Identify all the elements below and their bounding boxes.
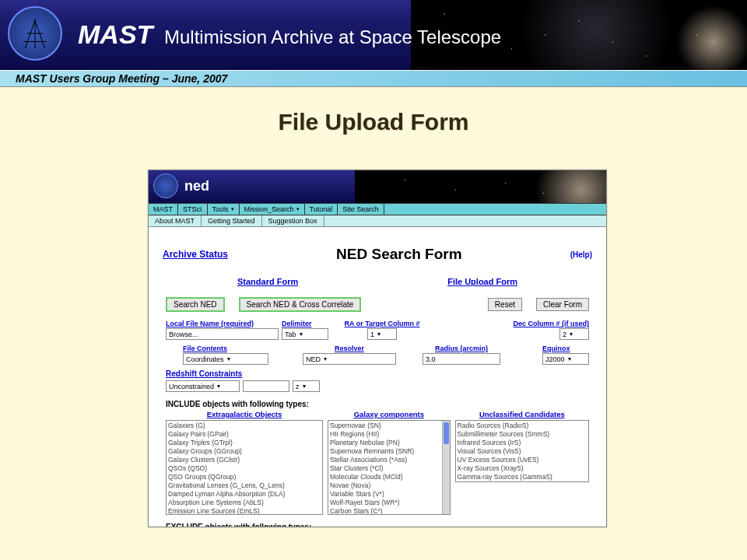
ra-col-label: RA or Target Column #: [344, 320, 419, 327]
redshift-unit-select[interactable]: z: [293, 380, 320, 392]
list-item[interactable]: Gravitational Lenses (G_Lens, Q_Lens): [168, 481, 321, 490]
local-file-input[interactable]: Browse...: [166, 328, 279, 340]
list-item[interactable]: Absorption Line Systems (AbLS): [168, 499, 321, 507]
list-item[interactable]: Supernova Remnants (SNR): [330, 447, 448, 456]
dec-col-select[interactable]: 2: [559, 328, 589, 340]
delimiter-select[interactable]: Tab: [282, 328, 328, 340]
list-item[interactable]: Galaxy Pairs (GPair): [168, 430, 321, 439]
list-item[interactable]: Emission Line Sources (EmLS): [168, 507, 321, 515]
colhead-galaxy: Galaxy components: [328, 410, 451, 418]
svg-line-3: [35, 20, 45, 48]
nav-tools[interactable]: Tools▾: [208, 204, 240, 215]
list-item[interactable]: UV Excess Sources (UvES): [458, 456, 587, 464]
list-item[interactable]: Radio Sources (RadioS): [458, 422, 587, 430]
list-item[interactable]: Stellar Associations (*Ass): [330, 456, 448, 464]
radius-label: Radius (arcmin): [423, 345, 500, 352]
list-item[interactable]: Galaxy Groups (GGroup): [168, 447, 321, 456]
list-item[interactable]: Molecular Clouds (MCld): [330, 473, 448, 481]
ss-banner: ned: [149, 170, 606, 203]
reset-button[interactable]: Reset: [488, 298, 522, 311]
redshift-value-input[interactable]: [243, 380, 289, 392]
chevron-down-icon: ▾: [231, 206, 234, 212]
nav-getting-started[interactable]: Getting Started: [202, 215, 262, 226]
redshift-constraint-select[interactable]: Unconstrained: [166, 380, 240, 392]
redshift-label[interactable]: Redshift Constraints: [166, 369, 592, 378]
nav-about[interactable]: About MAST: [149, 215, 202, 226]
list-item[interactable]: Damped Lyman Alpha Absorption (DLA): [168, 490, 321, 499]
local-file-label: Local File Name (required): [166, 320, 279, 327]
banner-subtitle: Multimission Archive at Space Telescope: [164, 26, 501, 47]
scrollbar[interactable]: [442, 421, 450, 514]
ra-col-select[interactable]: 1: [367, 328, 397, 340]
equinox-select[interactable]: J2000: [542, 353, 589, 365]
list-item[interactable]: Infrared Sources (IrS): [458, 439, 587, 447]
nav-primary: MAST STScI Tools▾ Mission_Search▾ Tutori…: [149, 203, 606, 215]
list-item[interactable]: Star Clusters (*Cl): [330, 464, 448, 473]
ss-banner-stars: [355, 170, 606, 203]
nav-site-search[interactable]: Site Search: [338, 204, 384, 215]
nav-secondary: About MAST Getting Started Suggestion Bo…: [149, 215, 606, 227]
list-item[interactable]: X-ray Sources (XrayS): [458, 464, 587, 473]
list-item[interactable]: Galaxies (G): [168, 422, 321, 430]
include-unclassified-list[interactable]: Radio Sources (RadioS)Submillimeter Sour…: [455, 420, 589, 482]
list-item[interactable]: Novae (Nova): [330, 481, 448, 490]
file-contents-label: File Contents: [183, 345, 268, 352]
list-item[interactable]: Supernovae (SN): [330, 422, 448, 430]
file-upload-form-link[interactable]: File Upload Form: [447, 277, 517, 286]
nav-suggestion[interactable]: Suggestion Box: [262, 215, 324, 226]
dec-col-label: Dec Column # (if used): [513, 320, 589, 327]
list-item[interactable]: Submillimeter Sources (SmmS): [458, 430, 587, 439]
subbanner-text: MAST Users Group Meeting – June, 2007: [16, 72, 227, 85]
list-item[interactable]: Galaxy Clusters (GClstr): [168, 456, 321, 464]
search-ned-cc-button[interactable]: Search NED & Cross Correlate: [239, 297, 362, 312]
resolver-label: Resolver: [303, 345, 396, 352]
list-item[interactable]: Variable Stars (V*): [330, 490, 448, 499]
slide-banner: MAST Multimission Archive at Space Teles…: [0, 0, 747, 70]
list-item[interactable]: QSOs (QSO): [168, 464, 321, 473]
include-galaxy-list[interactable]: Supernovae (SN)HII Regions (HII)Planetar…: [328, 420, 451, 515]
file-contents-select[interactable]: Coordinates: [183, 353, 268, 365]
archive-status-link[interactable]: Archive Status: [163, 249, 228, 260]
mast-logo-icon: [8, 6, 62, 61]
page-title: NED Search Form: [336, 246, 462, 263]
list-item[interactable]: Galaxy Triples (GTrpl): [168, 439, 321, 447]
exclude-label: EXCLUDE objects with following types:: [166, 523, 592, 527]
delimiter-label: Delimiter: [282, 320, 328, 327]
radius-input[interactable]: 3.0: [423, 353, 500, 365]
ned-label: ned: [184, 178, 209, 194]
chevron-down-icon: ▾: [296, 206, 300, 212]
list-item[interactable]: Carbon Stars (C*): [330, 507, 448, 515]
colhead-extragalactic: Extragalactic Objects: [166, 410, 323, 418]
nav-tutorial[interactable]: Tutorial: [305, 204, 338, 215]
ned-logo-icon: [153, 173, 178, 198]
ned-screenshot: ned MAST STScI Tools▾ Mission_Search▾ Tu…: [148, 170, 607, 527]
standard-form-link[interactable]: Standard Form: [237, 277, 298, 286]
list-item[interactable]: Wolf-Rayet Stars (WR*): [330, 499, 448, 507]
list-item[interactable]: Visual Sources (VisS): [458, 447, 587, 456]
scrollbar-thumb[interactable]: [444, 422, 449, 444]
list-item[interactable]: HII Regions (HII): [330, 430, 448, 439]
banner-title: MAST Multimission Archive at Space Teles…: [78, 19, 501, 50]
search-ned-button[interactable]: Search NED: [166, 297, 225, 312]
banner-logo-text: MAST: [78, 19, 153, 49]
list-item[interactable]: Gamma-ray Sources (GammaS): [458, 473, 587, 481]
resolver-select[interactable]: NED: [303, 353, 396, 365]
nav-mission-search[interactable]: Mission_Search▾: [240, 204, 305, 215]
clear-form-button[interactable]: Clear Form: [536, 298, 589, 311]
equinox-label: Equinox: [542, 345, 589, 352]
svg-line-2: [25, 20, 35, 48]
subbanner: MAST Users Group Meeting – June, 2007: [0, 70, 747, 87]
include-label: INCLUDE objects with following types:: [166, 400, 592, 408]
slide-title: File Upload Form: [0, 109, 747, 135]
nav-mast[interactable]: MAST: [149, 204, 178, 215]
nav-stsci[interactable]: STScI: [178, 204, 208, 215]
help-link[interactable]: (Help): [570, 250, 592, 259]
include-extragalactic-list[interactable]: Galaxies (G)Galaxy Pairs (GPair)Galaxy T…: [166, 420, 323, 515]
colhead-unclassified: Unclassified Candidates: [455, 410, 589, 418]
list-item[interactable]: QSO Groups (QGroup): [168, 473, 321, 481]
list-item[interactable]: Planetary Nebulae (PN): [330, 439, 448, 447]
